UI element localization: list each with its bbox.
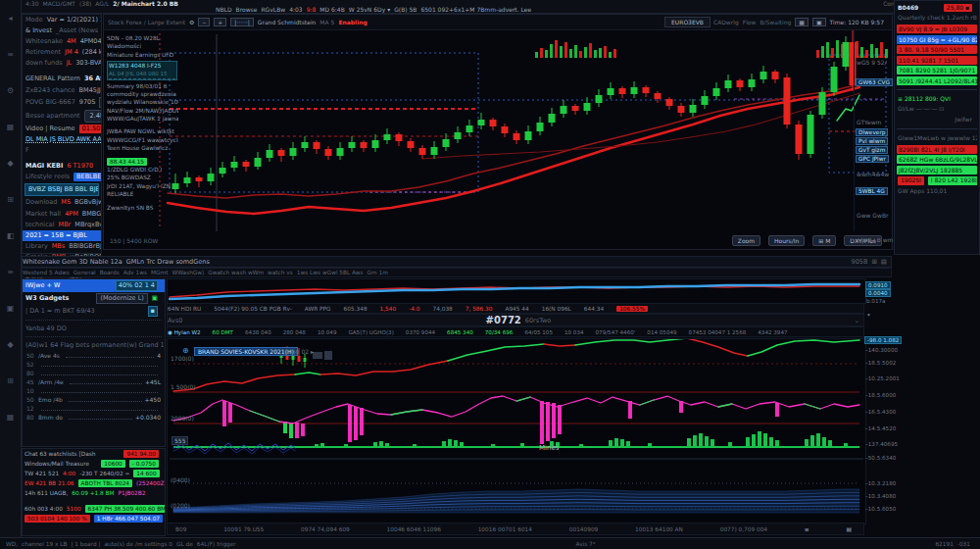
token[interactable]: 9:8 (307, 6, 317, 13)
rail-icon[interactable]: ◂ (8, 14, 12, 23)
text-row[interactable]: 19025II 820 L42 1928I (897, 175, 977, 185)
token[interactable]: Flow (743, 19, 757, 25)
token[interactable]: MA 5 (319, 19, 334, 25)
text-row[interactable]: Chat 63 watchlists [Dash941 94.00 (23, 449, 165, 459)
token[interactable]: ‒ (198, 18, 210, 26)
list-item[interactable]: 52 (23, 360, 165, 369)
text-row[interactable]: Besse apartment2.4kg L (23, 109, 101, 124)
rail-icon[interactable]: ⊞ (7, 376, 14, 385)
text-row[interactable]: ZxB243 chanceBM45JJ 9 'JBY (23, 85, 101, 96)
text-row[interactable]: & Invest_Asset (News1 19, 41 (23, 25, 101, 36)
text-row[interactable]: | DA 1 = m BKT 69/43▪ (23, 305, 165, 318)
token[interactable]: 1ws Lws wGwl 5BL Aws (297, 270, 364, 275)
text-row[interactable]: DownloadMSBGBvBjw Bw 1B (23, 197, 101, 208)
token[interactable]: 6501 092+6x1+M 7Bmm-advert. Lee (420, 6, 531, 13)
mini-strip-chart[interactable] (167, 278, 866, 304)
token[interactable]: NBLD (216, 6, 232, 13)
alert-row[interactable]: 82908I 82L 4I J8 I/T20I (897, 145, 977, 154)
text-row[interactable]: Market hall4PMBMBGBxBxB4 JBJB (23, 209, 101, 220)
token[interactable]: ⚙ (189, 19, 194, 25)
list-item[interactable]: 50Emo /4b+450 (23, 395, 165, 404)
rail-icon[interactable]: ≡ (7, 268, 14, 276)
token[interactable]: Zoom (732, 235, 760, 246)
text-row[interactable]: Yanba 49 DO (23, 324, 165, 334)
token[interactable]: WWashGw) (172, 270, 204, 275)
text-row[interactable]: Lifestyle reelsBEBLBE-BGSEJyBGr (23, 172, 101, 182)
token[interactable]: G(B) 5B (394, 6, 416, 13)
token[interactable]: Enabling (338, 19, 367, 25)
token[interactable]: 4:03 (289, 6, 302, 13)
text-row[interactable]: DL MIA JS BLVD AWK AA BLU (23, 134, 101, 145)
rail-icon[interactable]: ▦ (7, 413, 15, 422)
text-row[interactable]: EW 421 BB 21.06ABOTH TBL 8024(252400Z (23, 478, 165, 488)
rail-icon[interactable]: ◧ (7, 231, 15, 240)
token[interactable]: Gm 1m (368, 270, 388, 275)
alert-row[interactable]: 7081 8290 5281 1J0/9071 (897, 66, 977, 75)
list-item[interactable]: 80 (23, 369, 165, 377)
text-row[interactable]: down fundsJL303-BVADF-AN+ 0L07 (23, 58, 101, 69)
text-row[interactable]: 2021 = 15B = BJBL (23, 230, 101, 241)
token[interactable]: |······| (230, 18, 254, 26)
token[interactable]: MGmt (151, 270, 168, 275)
token[interactable]: General (74, 270, 96, 275)
token[interactable]: Grand Schmidtstein (258, 19, 317, 25)
list-item[interactable]: 50/Ave 4s4 (23, 351, 165, 360)
token[interactable]: ▦ (795, 18, 808, 26)
token[interactable]: ⊞ M (812, 235, 836, 246)
text-row[interactable] (25, 320, 162, 322)
alert-row[interactable]: J82fZJ8V/2VLJ 182885 (897, 166, 977, 175)
rail-icon[interactable]: ⊞ (7, 195, 14, 204)
token[interactable]: Browse (236, 6, 258, 13)
text-row[interactable]: 14h 611 UAGB,60.09 +1.8 BMP1JB02B2 (23, 488, 165, 498)
text-row[interactable] (25, 336, 162, 338)
token[interactable]: Time: 120 KB 9:57 (830, 19, 884, 25)
alert-row[interactable]: 110.41 9281 7 1501 (897, 56, 977, 65)
token[interactable]: CADwrlg (713, 19, 739, 25)
token[interactable]: Stock Forex / Large Extent (108, 19, 185, 25)
list-item[interactable]: 10 (23, 386, 165, 395)
text-row[interactable]: RetirementJM 4(284 kingdoms+) 028 (23, 47, 101, 58)
text-row[interactable]: ModeVar = 1/2(2021) 39 (23, 15, 101, 25)
alert-row[interactable]: 10750 GI 85g = +GL/90 826 (897, 35, 977, 44)
text-row[interactable]: IWjwe + W40% 02 1 4 (23, 279, 165, 292)
text-row[interactable]: technicalMBrMBrqxBvByrBwB (23, 220, 101, 230)
text-row[interactable]: Video | Resume01.50 419.0 (23, 124, 101, 134)
token[interactable]: Hours/In (768, 235, 805, 246)
token[interactable]: MD 6:4B (319, 6, 344, 13)
alert-row[interactable]: 8V90 VJ 8.9 = JB L0309 (897, 25, 977, 33)
text-row[interactable]: 60h 003 4:0051006347 PH 38.509 400.60 BM (23, 504, 165, 514)
alert-row[interactable]: 5091 /9244.41 L2092/8L41 (897, 76, 977, 85)
token[interactable]: W 25vN 6Dy ▾ (349, 6, 390, 13)
token[interactable]: ▣ (812, 18, 826, 26)
text-row[interactable]: MAGI KEBI6 T1970 (23, 161, 101, 172)
token[interactable]: B/Swaiting (760, 19, 791, 25)
token[interactable]: Adv 1ws (123, 270, 147, 275)
token[interactable]: Boards (100, 270, 120, 275)
rail-icon[interactable]: ▣ (7, 304, 15, 313)
token[interactable]: + (214, 18, 226, 26)
token[interactable]: EURO3EVB (664, 17, 710, 27)
text-row[interactable]: LibraryMBsBBlBGBrBJqBxBvB (23, 241, 101, 252)
token[interactable]: Gwatch wash wWm (208, 270, 264, 275)
text-row[interactable]: 503 0104 140 100 %1 HBr 466.047 504.07 (23, 514, 165, 524)
rail-icon[interactable]: ▦ (7, 123, 15, 131)
text-row[interactable]: Windows/Mail Treasure10600- 0.0750 (23, 459, 165, 469)
rail-icon[interactable]: ≡ (7, 50, 14, 59)
indicator-chart[interactable] (167, 338, 866, 524)
text-row[interactable]: (A0)w1 64 Flag bets permanent(w) Grand 1… (23, 340, 165, 351)
alert-row[interactable]: 1 80. 9.18 50/90 5501 (897, 45, 977, 54)
text-row[interactable]: W3 Gadgets(Modernize L)▣ (23, 292, 165, 305)
text-row[interactable]: F (23, 145, 101, 156)
rail-icon[interactable]: ◆ (7, 340, 13, 349)
text-row[interactable]: GENERAL Pattern36 A9140L (23, 74, 101, 84)
text-row[interactable]: Whitesnake4M4PM04 34.7L# (23, 36, 101, 47)
token[interactable]: RGvLBw (261, 6, 285, 13)
token[interactable]: Westend 5 Adws (23, 270, 70, 275)
list-item[interactable]: 808mm do+0.0340 (23, 413, 165, 422)
text-row[interactable]: BVBZ BSBJ BB BBL BJBYBYB (24, 183, 99, 196)
rail-icon[interactable]: ◆ (7, 159, 13, 168)
rail-icon[interactable]: ⚙ (7, 86, 14, 95)
token[interactable]: watch vs (268, 270, 293, 275)
text-row[interactable]: POVG BIG-6667970S▭▭▭▭ (23, 96, 101, 109)
candlestick-chart[interactable] (104, 29, 894, 231)
